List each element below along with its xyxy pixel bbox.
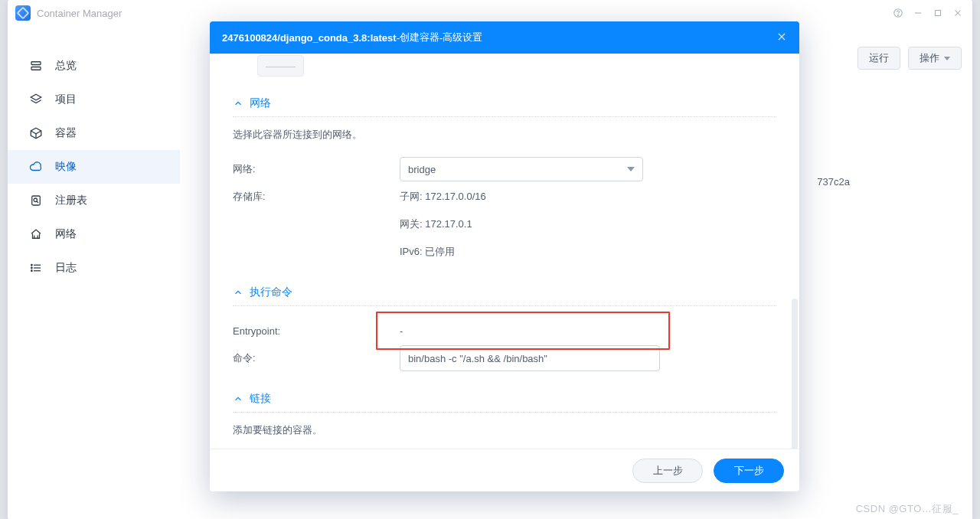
chevron-up-icon [233,393,243,404]
ipv6-value: IPv6: 已停用 [400,245,455,259]
sidebar-item-label: 项目 [55,93,77,106]
modal-header: 2476100824/django_conda_3.8:latest - 创建容… [210,21,799,54]
section-toggle-exec[interactable]: 执行命令 [233,286,776,299]
modal-close-button[interactable] [776,31,787,44]
modal-title-image: 2476100824/django_conda_3.8:latest [222,32,397,44]
scrollbar[interactable] [792,299,798,449]
maximize-icon[interactable] [931,6,945,20]
svg-rect-6 [31,62,41,65]
app-logo-icon [15,5,31,21]
truncated-button[interactable]: ——— [257,55,304,77]
modal-body: ——— 网络 选择此容器所连接到的网络。 网络: bridge 存储库: 子网:… [210,54,799,449]
section-title-label: 链接 [250,392,271,406]
divider [233,116,776,117]
prev-button[interactable]: 上一步 [632,459,703,483]
links-desc: 添加要链接的容器。 [233,423,776,437]
ops-dropdown[interactable]: 操作 [908,47,962,70]
svg-point-1 [898,15,899,15]
divider [233,305,776,306]
layers-icon [29,93,43,106]
caret-down-icon [627,167,635,171]
svg-rect-7 [31,67,41,70]
svg-rect-10 [32,196,41,205]
home-network-icon [29,227,43,241]
app-title: Container Manager [37,8,122,19]
search-doc-icon [29,194,43,207]
section-title-label: 网络 [250,96,271,110]
help-icon[interactable] [891,6,905,20]
command-label: 命令: [233,351,400,365]
svg-point-11 [34,198,38,202]
svg-point-19 [31,267,33,269]
sidebar-item-network[interactable]: 网络 [8,217,180,251]
list-icon [29,261,43,275]
modal-footer: 上一步 下一步 [210,449,799,491]
cloud-icon [29,160,43,174]
modal-title-step: 创建容器 [400,31,439,44]
section-toggle-network[interactable]: 网络 [233,96,776,110]
sidebar-item-label: 映像 [55,160,77,174]
section-toggle-links[interactable]: 链接 [233,392,776,406]
sidebar-item-label: 容器 [55,126,77,140]
modal-title-sub: 高级设置 [443,31,482,44]
dashboard-icon [29,59,43,73]
subnet-value: 子网: 172.17.0.0/16 [400,190,486,204]
run-button[interactable]: 运行 [858,47,900,70]
gateway-value: 网关: 172.17.0.1 [400,217,472,231]
svg-point-20 [31,270,33,272]
caret-down-icon [944,57,950,60]
minimize-icon[interactable] [911,6,925,20]
svg-rect-3 [936,11,941,16]
sidebar-item-label: 网络 [55,227,77,241]
sidebar-item-label: 日志 [55,261,77,275]
network-select[interactable]: bridge [400,157,643,181]
bg-tag-fragment: 737c2a [817,176,850,188]
create-container-modal: 2476100824/django_conda_3.8:latest - 创建容… [210,21,799,491]
entrypoint-value: - [400,325,403,337]
divider [233,412,776,413]
app-window: Container Manager 总览 项目 容器 映像 [8,0,972,519]
entrypoint-label: Entrypoint: [233,325,400,337]
sidebar-item-logs[interactable]: 日志 [8,251,180,285]
command-input[interactable] [400,345,660,371]
section-title-label: 执行命令 [250,286,292,299]
svg-marker-8 [31,94,41,100]
sidebar-item-image[interactable]: 映像 [8,150,180,184]
close-icon[interactable] [951,6,965,20]
sidebar-item-registry[interactable]: 注册表 [8,184,180,217]
next-button[interactable]: 下一步 [714,459,784,483]
network-label: 网络: [233,162,400,176]
network-desc: 选择此容器所连接到的网络。 [233,128,776,142]
svg-line-12 [37,201,38,203]
chevron-up-icon [233,98,243,109]
storage-label: 存储库: [233,190,400,204]
cube-icon [29,126,43,140]
sidebar: 总览 项目 容器 映像 注册表 网络 [8,26,180,519]
network-select-value: bridge [408,164,436,175]
chevron-up-icon [233,287,243,298]
svg-point-18 [31,265,33,266]
sidebar-item-project[interactable]: 项目 [8,83,180,116]
sidebar-item-overview[interactable]: 总览 [8,49,180,83]
sidebar-item-label: 总览 [55,59,77,73]
sidebar-item-container[interactable]: 容器 [8,116,180,150]
sidebar-item-label: 注册表 [55,194,87,207]
